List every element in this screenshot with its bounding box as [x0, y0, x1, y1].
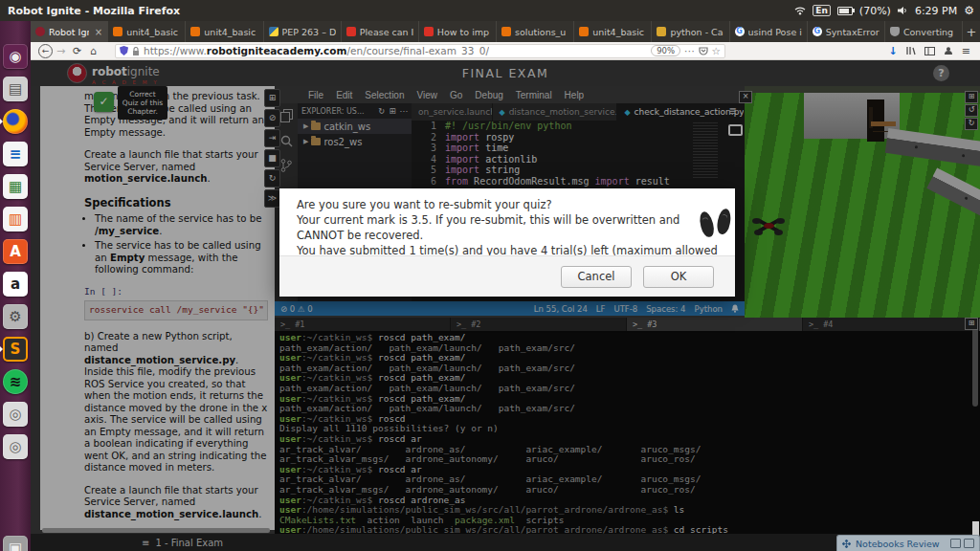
sublime-text-launcher-icon[interactable]: S	[3, 337, 28, 362]
tab-strip: Robot Ign×unit4_basicunit4_basicPEP 263 …	[31, 21, 963, 42]
orange-favicon-icon	[190, 27, 200, 36]
orange-favicon-icon	[501, 27, 511, 36]
ubuntu-launcher: ◉▤≡▦▥Aa⚙S≋◎◎▣	[0, 21, 31, 551]
firefox-nav-bar: ← → ⟳ ⌂ https://www.robotigniteacademy.c…	[31, 42, 980, 60]
tab-label: solutions_u	[515, 27, 568, 37]
pocket-icon[interactable]	[699, 47, 708, 55]
ok-button[interactable]: OK	[643, 266, 714, 288]
hamburger-menu-icon[interactable]: ≡	[962, 45, 970, 57]
clock[interactable]: 6:29 PM	[915, 5, 957, 17]
files-launcher-icon[interactable]: ▤	[3, 77, 28, 101]
browser-tab[interactable]: unit4_basic	[574, 21, 652, 42]
libreoffice-writer-launcher-icon[interactable]: ≡	[3, 142, 28, 166]
tab-label: usind Pose i	[748, 27, 802, 37]
firefox-tab-bar: Robot Ign×unit4_basicunit4_basicPEP 263 …	[31, 21, 980, 42]
tab-label: Robot Ign	[49, 27, 89, 37]
back-button[interactable]: ←	[38, 44, 53, 58]
battery-percent: (70%)	[859, 5, 891, 17]
modal-overlay	[31, 59, 980, 551]
pencil-favicon-icon	[657, 27, 666, 36]
system-top-bar: Robot Ignite - Mozilla Firefox En (70%) …	[0, 0, 980, 21]
move-icon	[842, 540, 851, 548]
browser-tab[interactable]: Robot Ign×	[31, 21, 108, 42]
dialog-message: Are you sure you want to re-submit your …	[279, 188, 735, 264]
keyboard-indicator[interactable]: En	[813, 5, 831, 16]
toolbar-right: ↓ ≡	[889, 45, 980, 57]
tab-label: python - Ca	[670, 27, 724, 37]
pdf-favicon-icon	[346, 27, 356, 36]
reload-button[interactable]: ⟳	[69, 45, 85, 57]
tab-label: SyntaxError	[826, 27, 880, 37]
amazon-launcher-icon[interactable]: a	[3, 272, 28, 297]
dialog-line: Are you sure you want to re-submit your …	[297, 197, 725, 212]
firefox-launcher-icon[interactable]	[3, 109, 28, 134]
dialog-line: Your current mark is 3.5. If you re-subm…	[297, 212, 725, 243]
page-actions-icon[interactable]: ⋯	[684, 45, 695, 56]
panel-title: Notebooks Review	[856, 539, 940, 549]
system-settings-launcher-icon[interactable]: ⚙	[3, 304, 28, 329]
browser-tab[interactable]: unit4_basic	[108, 21, 186, 42]
tab-label: PEP 263 – D	[282, 27, 336, 37]
libreoffice-impress-launcher-icon[interactable]: ▥	[3, 207, 28, 231]
orange-favicon-icon	[579, 27, 589, 36]
library-icon[interactable]	[906, 46, 916, 55]
browser-tab[interactable]: Converting	[885, 21, 963, 42]
ria-favicon-icon	[35, 27, 45, 36]
browser-tab[interactable]: PEP 263 – D	[264, 21, 342, 42]
home-button[interactable]: ⌂	[85, 45, 101, 57]
new-tab-button[interactable]: +	[963, 21, 980, 42]
browser-tab[interactable]: solutions_u	[497, 21, 574, 42]
flip-flops-overlay	[699, 209, 739, 243]
volume-icon[interactable]	[898, 6, 908, 15]
tab-label: How to imp	[437, 27, 491, 37]
notebooks-review-panel[interactable]: Notebooks Review	[836, 535, 980, 551]
lock-icon	[132, 47, 140, 55]
python-favicon-icon	[269, 27, 278, 36]
forward-button[interactable]: →	[53, 45, 69, 57]
trash-launcher-icon[interactable]: ▣	[3, 536, 28, 551]
battery-icon[interactable]	[837, 7, 853, 15]
browser-tab[interactable]: How to imp	[419, 21, 497, 42]
ubuntu-dash-launcher-icon[interactable]: ◉	[3, 44, 28, 69]
account-icon[interactable]	[944, 46, 953, 55]
tab-label: unit4_basic	[592, 27, 646, 37]
pdf-favicon-icon	[424, 27, 434, 36]
cancel-button[interactable]: Cancel	[561, 266, 632, 288]
sidebar-icon[interactable]	[924, 47, 935, 55]
spotify-launcher-icon[interactable]: ≋	[3, 369, 28, 394]
resubmit-quiz-dialog: Are you sure you want to re-submit your …	[279, 188, 735, 297]
close-tab-icon[interactable]: ×	[93, 27, 102, 37]
browser-tab[interactable]: Gusind Pose i	[730, 21, 808, 42]
url-bar[interactable]: https://www.robotigniteacademy.com/en/co…	[115, 44, 725, 58]
disk-utility-1-launcher-icon[interactable]: ◎	[3, 402, 28, 427]
screen: Robot Ignite - Mozilla Firefox En (70%) …	[0, 0, 980, 551]
tab-label: unit4_basic	[204, 27, 257, 37]
orange-favicon-icon	[113, 27, 122, 36]
browser-tab[interactable]: python - Ca	[652, 21, 729, 42]
window-title: Robot Ignite - Mozilla Firefox	[0, 5, 180, 17]
browser-tab[interactable]: unit4_basic	[186, 21, 263, 42]
bookmark-star-icon[interactable]: ☆	[712, 45, 721, 56]
tab-label: unit4_basic	[126, 27, 180, 37]
google-favicon-icon: G	[735, 27, 745, 36]
active-app-arrow	[0, 118, 3, 125]
ubuntu-software-launcher-icon[interactable]: A	[3, 239, 28, 264]
tab-label: Please can I	[360, 27, 413, 37]
browser-tab[interactable]: GSyntaxError	[808, 21, 885, 42]
wifi-icon[interactable]	[794, 6, 806, 15]
google-favicon-icon: G	[813, 27, 822, 36]
download-icon[interactable]: ↓	[889, 45, 898, 57]
restore-icon[interactable]	[950, 539, 961, 548]
libreoffice-calc-launcher-icon[interactable]: ▦	[3, 174, 28, 199]
system-tray: En (70%) 6:29 PM ⚙	[794, 4, 980, 17]
disk-utility-2-launcher-icon[interactable]: ◎	[3, 434, 28, 459]
url-text[interactable]: https://www.robotigniteacademy.com/en/co…	[144, 45, 489, 56]
zoom-badge[interactable]: 90%	[651, 45, 680, 56]
browser-tab[interactable]: Please can I	[342, 21, 419, 42]
tracking-shield-icon[interactable]	[120, 46, 128, 55]
active-app-arrow	[0, 345, 3, 353]
tab-label: Converting	[903, 27, 957, 37]
dialog-footer: Cancel OK	[279, 255, 735, 297]
gear-icon[interactable]: ⚙	[964, 4, 974, 17]
maximize-icon[interactable]	[964, 539, 974, 548]
